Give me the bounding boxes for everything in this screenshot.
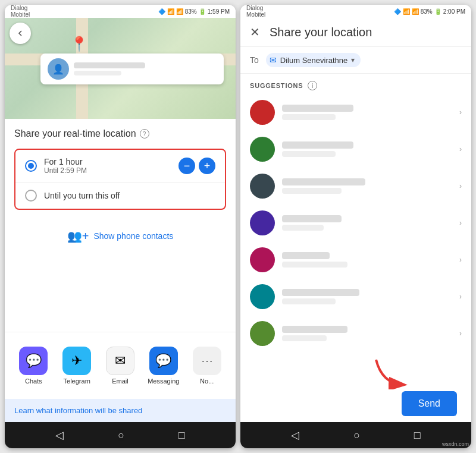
back-button[interactable]: [10, 23, 31, 44]
left-phone: DialogMobitel 🔷 📶 📶 83% 🔋 1:59 PM 📍 👤: [5, 5, 236, 448]
signal-icon-r: 📶: [403, 8, 410, 15]
suggestion-name-2: [282, 141, 353, 149]
nav-home-left[interactable]: ○: [118, 429, 124, 442]
messaging-icon: 💬: [149, 347, 178, 375]
location-card: 👤: [40, 54, 224, 84]
option-1-hour[interactable]: For 1 hour Until 2:59 PM − +: [15, 150, 225, 183]
avatar-4: [250, 210, 275, 235]
telegram-label: Telegram: [64, 378, 90, 385]
chevron-down-icon: ▾: [351, 56, 355, 64]
avatar-7: [250, 321, 275, 346]
send-button[interactable]: Send: [402, 391, 457, 416]
suggestions-header: SUGGESTIONS i: [240, 74, 471, 94]
nav-home-right[interactable]: ○: [353, 429, 360, 442]
suggestion-text-1: [282, 105, 452, 120]
send-area: Send: [240, 386, 471, 422]
location-options-box: For 1 hour Until 2:59 PM − + Until you t…: [14, 149, 226, 210]
battery-right: 83%: [421, 8, 433, 15]
app-email[interactable]: ✉ Email: [101, 347, 140, 385]
suggestion-item-6[interactable]: ›: [240, 278, 471, 315]
suggestion-text-4: [282, 215, 452, 231]
bluetooth-icon: 🔷: [158, 8, 165, 15]
suggestion-detail-1: [282, 114, 336, 120]
info-banner-text: Learn what information will be shared: [14, 406, 142, 415]
messaging-label: Messaging: [148, 378, 179, 385]
avatar-5: [250, 247, 275, 272]
location-avatar: 👤: [48, 58, 69, 80]
suggestions-info-icon[interactable]: i: [308, 81, 317, 90]
avatar-3: [250, 174, 275, 199]
battery-icon-r: 🔋: [434, 8, 441, 15]
nav-back-right[interactable]: ◁: [291, 429, 299, 442]
suggestion-detail-3: [282, 188, 342, 194]
suggestion-text-2: [282, 141, 452, 157]
radio-1-hour-inner: [28, 163, 34, 169]
suggestion-action-3: ›: [459, 182, 462, 190]
app-chats[interactable]: 💬 Chats: [14, 347, 53, 385]
nav-bar-left: ◁ ○ □: [5, 422, 236, 448]
carrier-left: DialogMobitel: [11, 5, 30, 18]
suggestion-item-7[interactable]: ›: [240, 315, 471, 352]
suggestion-name-3: [282, 178, 365, 185]
app-more[interactable]: ⋯ No...: [187, 347, 226, 385]
suggestion-name-4: [282, 215, 342, 222]
radio-1-hour[interactable]: [25, 160, 37, 172]
nav-recent-left[interactable]: □: [178, 429, 185, 442]
wifi-icon: 📶: [176, 8, 183, 15]
suggestion-item-3[interactable]: ›: [240, 168, 471, 205]
share-info-icon[interactable]: ?: [140, 129, 149, 139]
suggestion-item-4[interactable]: ›: [240, 205, 471, 241]
more-apps-icon: ⋯: [193, 347, 221, 375]
suggestion-item-2[interactable]: ›: [240, 131, 471, 168]
battery-icon: 🔋: [199, 8, 206, 15]
radio-turn-off[interactable]: [25, 190, 37, 202]
location-addr-blurred: [74, 71, 121, 76]
app-telegram[interactable]: ✈ Telegram: [58, 347, 96, 385]
more-label: No...: [200, 378, 214, 385]
share-title-section: Share your real-time location ?: [5, 119, 236, 144]
time-left: 1:59 PM: [208, 8, 230, 15]
suggestion-detail-2: [282, 151, 336, 157]
recipient-chip[interactable]: ✉ Dilum Senevirathne ▾: [266, 53, 361, 67]
chats-icon: 💬: [19, 347, 48, 375]
info-banner[interactable]: Learn what information will be shared: [5, 399, 236, 422]
location-text: [74, 62, 217, 76]
suggestion-action-5: ›: [459, 256, 462, 264]
increase-hour-button[interactable]: +: [199, 158, 215, 174]
apps-row: 💬 Chats ✈ Telegram ✉ Email 💬 Messaging: [14, 342, 226, 389]
contacts-label: Show phone contacts: [93, 231, 173, 241]
battery-left: 83%: [185, 8, 197, 15]
suggestion-text-7: [282, 326, 452, 341]
wifi-icon-r: 📶: [412, 8, 419, 15]
carrier-right: DialogMobitel: [246, 5, 265, 18]
option-turn-off-text: Until you turn this off: [44, 191, 215, 200]
right-phone-header: ✕ Share your location: [240, 18, 471, 47]
suggestion-action-6: ›: [459, 292, 462, 301]
suggestion-item-1[interactable]: ›: [240, 94, 471, 131]
status-icons-right: 🔷 📶 📶 83% 🔋 2:00 PM: [394, 8, 465, 15]
option-1-sub: Until 2:59 PM: [44, 166, 171, 175]
email-label: Email: [112, 378, 129, 385]
chats-label: Chats: [25, 378, 42, 385]
suggestion-text-6: [282, 289, 452, 304]
suggestion-name-6: [282, 289, 359, 296]
suggestion-text-5: [282, 252, 452, 268]
show-contacts-button[interactable]: 👥+ Show phone contacts: [67, 229, 174, 243]
status-icons-left: 🔷 📶 📶 83% 🔋 1:59 PM: [158, 8, 230, 15]
to-label: To: [250, 55, 259, 65]
decrease-hour-button[interactable]: −: [178, 158, 195, 174]
suggestion-name-5: [282, 252, 330, 259]
nav-recent-right[interactable]: □: [414, 429, 421, 442]
nav-back-left[interactable]: ◁: [55, 429, 64, 442]
close-button[interactable]: ✕: [250, 25, 260, 39]
right-phone-content: ✕ Share your location To ✉ Dilum Senevir…: [240, 18, 471, 448]
map-area: 📍 👤: [5, 18, 236, 119]
suggestion-item-5[interactable]: ›: [240, 241, 471, 278]
signal-icon: 📶: [167, 8, 174, 15]
recipient-name: Dilum Senevirathne: [280, 56, 347, 65]
app-messaging[interactable]: 💬 Messaging: [144, 347, 183, 385]
avatar-1: [250, 100, 275, 125]
suggestion-action-4: ›: [459, 219, 462, 227]
share-location-title: Share your location: [270, 26, 372, 39]
option-turn-off[interactable]: Until you turn this off: [15, 183, 225, 209]
